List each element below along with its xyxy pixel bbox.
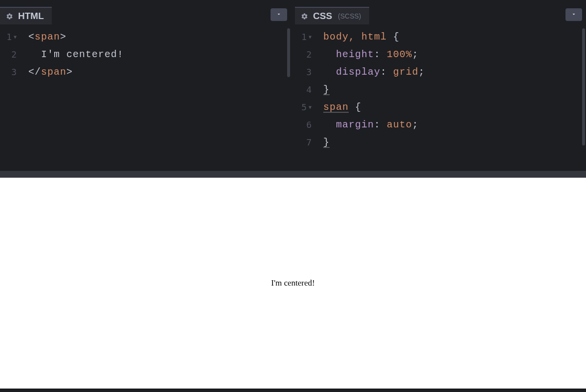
fold-arrow-icon[interactable]: ▼ [309,28,312,46]
code-token: height [336,49,374,60]
top-gap [0,0,586,5]
gutter-number: 2 [11,46,17,63]
gutter-number: 2 [306,46,312,63]
editor-panels: HTML 1▼ 2 3 <span> I'm centered! </span> [0,5,586,171]
code-token: } [323,84,330,95]
gutter-number: 4 [306,81,312,99]
code-token: ; [419,66,425,78]
code-token [323,119,336,130]
code-token: > [60,31,66,42]
css-panel: CSS (SCSS) 1▼ 2 3 4 5▼ 6 7 body, html { [295,5,586,171]
code-token: : [380,66,393,78]
css-panel-header: CSS (SCSS) [295,5,586,24]
fold-arrow-icon[interactable]: ▼ [14,28,17,46]
gear-icon[interactable] [6,13,13,20]
code-token: { [349,102,361,113]
gutter-number: 3 [306,63,312,81]
css-panel-title: CSS [313,11,332,21]
html-tab[interactable]: HTML [0,7,52,24]
code-token: span [35,31,60,42]
fold-arrow-icon[interactable]: ▼ [309,99,312,116]
code-token: margin [336,119,374,130]
code-token: { [387,31,399,42]
scrollbar-thumb[interactable] [582,28,585,145]
code-token: auto [387,119,412,130]
bottom-bar [0,389,586,392]
scrollbar-thumb[interactable] [287,28,290,77]
html-gutter: 1▼ 2 3 [0,28,20,81]
gutter-number: 3 [11,63,17,81]
code-token: } [323,137,330,148]
gutter-number: 1 [301,28,307,46]
code-token: I'm centered! [41,49,124,60]
code-token: span [41,66,66,78]
code-token: : [374,119,387,130]
code-token: body, html [323,31,387,42]
html-panel: HTML 1▼ 2 3 <span> I'm centered! </span> [0,5,291,171]
chevron-down-icon [571,11,577,19]
html-code[interactable]: <span> I'm centered! </span> [28,28,291,81]
css-gutter: 1▼ 2 3 4 5▼ 6 7 [295,28,314,151]
chevron-down-icon [276,11,282,19]
code-token: display [336,66,380,78]
css-collapse-button[interactable] [565,8,582,21]
code-token: ; [412,49,419,60]
gutter-number: 1 [6,28,12,46]
code-token: : [374,49,387,60]
code-token: > [66,66,73,78]
gutter-number: 6 [306,116,312,134]
code-token: </ [28,66,41,78]
code-token: ; [412,119,419,130]
css-tab[interactable]: CSS (SCSS) [295,7,369,24]
html-editor[interactable]: 1▼ 2 3 <span> I'm centered! </span> [0,24,291,171]
css-editor[interactable]: 1▼ 2 3 4 5▼ 6 7 body, html { height: 100… [295,24,586,171]
code-token [323,49,336,60]
html-panel-title: HTML [18,11,44,21]
code-token: grid [393,66,419,78]
code-token: 100% [387,49,412,60]
panel-divider[interactable] [0,171,586,178]
gutter-number: 5 [301,99,307,116]
code-token: span [323,102,349,113]
output-pane: I'm centered! [0,178,586,389]
code-token [28,49,41,60]
code-token: < [28,31,35,42]
html-collapse-button[interactable] [271,8,287,21]
html-panel-header: HTML [0,5,291,24]
output-text: I'm centered! [271,278,314,288]
css-code[interactable]: body, html { height: 100%; display: grid… [323,28,586,151]
code-token [323,66,336,78]
css-panel-subtitle: (SCSS) [338,12,361,20]
gear-icon[interactable] [301,13,308,20]
gutter-number: 7 [306,134,312,151]
